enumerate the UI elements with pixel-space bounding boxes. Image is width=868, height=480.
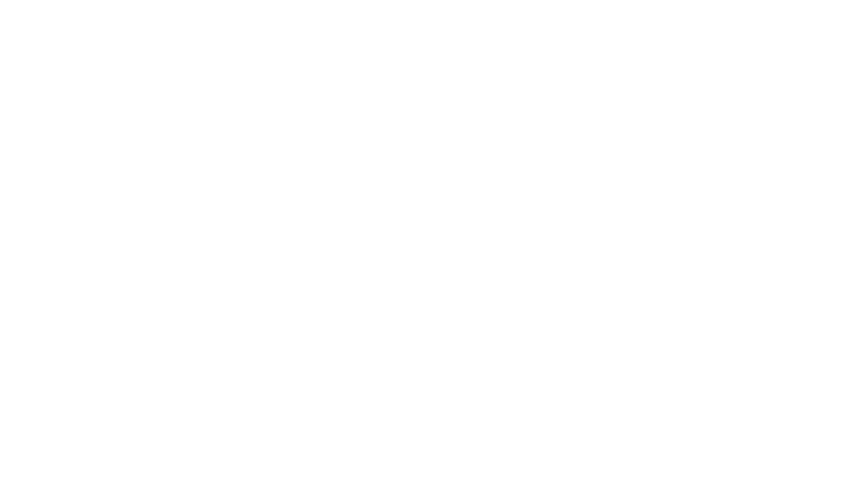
- diagram-container: [0, 0, 868, 480]
- connector-layer: [0, 0, 868, 480]
